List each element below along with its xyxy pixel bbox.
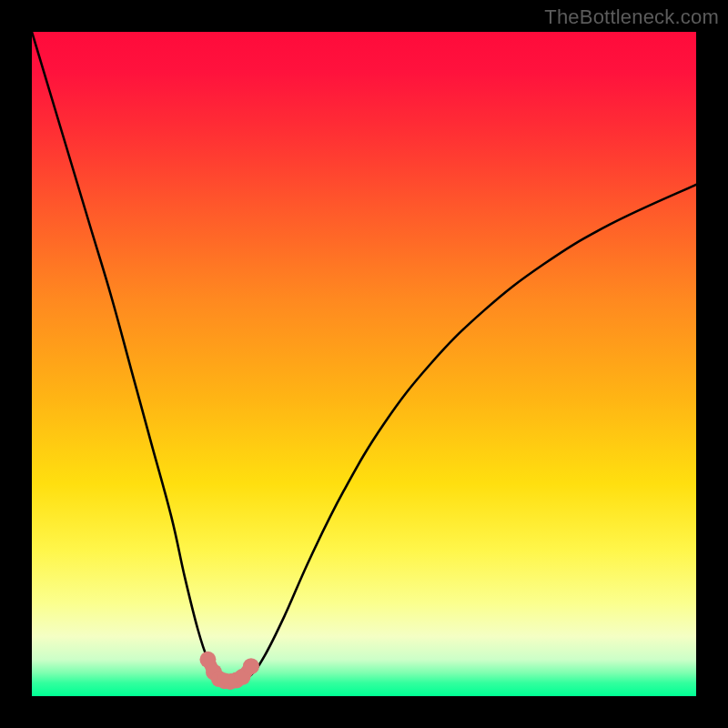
bottleneck-curve-path: [32, 32, 696, 682]
curve-layer: [32, 32, 696, 682]
chart-svg: [32, 32, 696, 696]
chart-frame: TheBottleneck.com: [0, 0, 728, 728]
minimum-marker: [243, 658, 259, 674]
plot-area: [32, 32, 696, 696]
marker-layer: [199, 652, 258, 690]
watermark-text: TheBottleneck.com: [544, 5, 719, 29]
